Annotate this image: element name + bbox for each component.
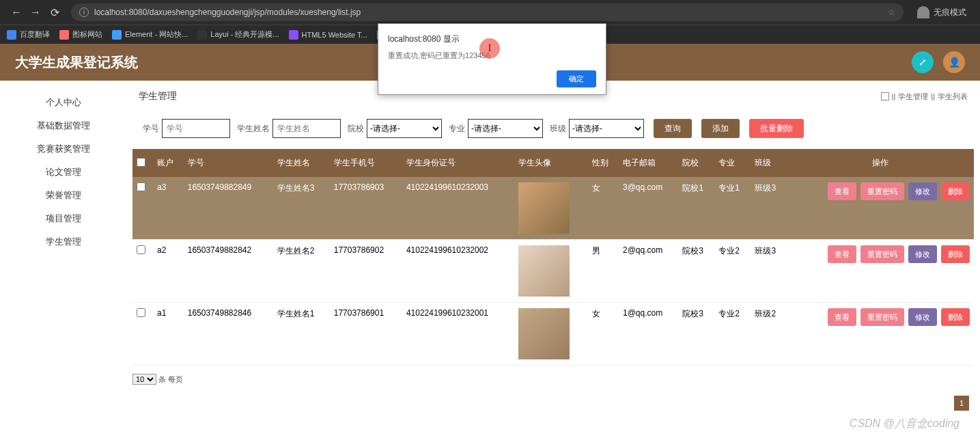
label-xuehao: 学号 bbox=[143, 123, 159, 135]
class-select[interactable]: -请选择- bbox=[569, 119, 644, 138]
name-input[interactable] bbox=[272, 119, 341, 138]
sidebar: 个人中心 基础数据管理 竞赛获奖管理 论文管理 荣誉管理 项目管理 学生管理 bbox=[0, 81, 126, 438]
edit-button[interactable]: 修改 bbox=[908, 308, 937, 326]
cell-class: 班级3 bbox=[751, 177, 787, 240]
cell-school: 院校3 bbox=[678, 303, 714, 366]
label-name: 学生姓名 bbox=[237, 123, 270, 135]
page-title: 学生管理 bbox=[139, 90, 177, 102]
label-school: 院校 bbox=[348, 123, 364, 135]
app-title: 大学生成果登记系统 bbox=[15, 53, 138, 72]
xuehao-input[interactable] bbox=[162, 119, 230, 138]
cell-name: 学生姓名2 bbox=[273, 240, 330, 303]
cell-account: a1 bbox=[153, 303, 184, 366]
cell-major: 专业2 bbox=[714, 240, 751, 303]
sidebar-item-honor[interactable]: 荣誉管理 bbox=[0, 184, 126, 207]
cell-school: 院校3 bbox=[678, 240, 714, 303]
view-button[interactable]: 查看 bbox=[828, 182, 856, 200]
info-icon[interactable]: i bbox=[79, 8, 89, 17]
cell-school: 院校1 bbox=[678, 177, 714, 240]
view-button[interactable]: 查看 bbox=[828, 245, 856, 263]
reset-pwd-button[interactable]: 重置密码 bbox=[860, 245, 904, 263]
bookmark-item[interactable]: Layui - 经典开源模... bbox=[197, 29, 279, 40]
cell-idcard: 410224199610232001 bbox=[402, 303, 514, 366]
cell-phone: 17703786902 bbox=[330, 240, 402, 303]
cell-account: a2 bbox=[153, 240, 184, 303]
sidebar-item-competition[interactable]: 竞赛获奖管理 bbox=[0, 137, 126, 161]
cell-phone: 17703786903 bbox=[330, 177, 402, 240]
row-checkbox[interactable] bbox=[137, 245, 145, 254]
bookmark-item[interactable]: Element - 网站快... bbox=[112, 29, 188, 40]
table-row: a1 16503749882846 学生姓名1 17703786901 4102… bbox=[132, 303, 974, 366]
view-button[interactable]: 查看 bbox=[828, 308, 856, 326]
pagination: 1 bbox=[954, 396, 969, 411]
bookmark-item[interactable]: HTML5 Website T... bbox=[289, 30, 367, 40]
cell-email: 2@qq.com bbox=[619, 240, 678, 303]
avatar bbox=[518, 182, 570, 234]
incognito-badge: 无痕模式 bbox=[910, 6, 973, 18]
bookmark-icon bbox=[59, 30, 69, 40]
user-icon[interactable]: 👤 bbox=[943, 51, 965, 73]
cell-name: 学生姓名3 bbox=[273, 177, 330, 240]
cell-xuehao: 16503749882849 bbox=[184, 177, 273, 240]
reset-pwd-button[interactable]: 重置密码 bbox=[860, 182, 904, 200]
search-button[interactable]: 查询 bbox=[654, 119, 692, 138]
add-button[interactable]: 添加 bbox=[701, 119, 740, 138]
reset-pwd-button[interactable]: 重置密码 bbox=[860, 308, 904, 326]
page-size: 10 条 每页 bbox=[126, 370, 980, 389]
sidebar-item-basedata[interactable]: 基础数据管理 bbox=[0, 114, 126, 137]
cell-gender: 女 bbox=[588, 177, 619, 240]
forward-icon[interactable]: → bbox=[26, 3, 45, 22]
bookmark-icon bbox=[7, 30, 16, 40]
incognito-label: 无痕模式 bbox=[934, 7, 966, 18]
major-select[interactable]: -请选择- bbox=[468, 119, 543, 138]
page-size-select[interactable]: 10 bbox=[132, 374, 156, 385]
cell-class: 班级2 bbox=[751, 303, 787, 366]
url-text: localhost:8080/daxueshengchengguodengji/… bbox=[94, 8, 361, 17]
table-row: a2 16503749882842 学生姓名2 17703786902 4102… bbox=[132, 240, 974, 303]
url-bar[interactable]: i localhost:8080/daxueshengchengguodengj… bbox=[71, 3, 904, 21]
cell-idcard: 410224199610232003 bbox=[402, 177, 514, 240]
bookmark-icon bbox=[289, 30, 298, 40]
cell-gender: 女 bbox=[588, 303, 619, 366]
edit-button[interactable]: 修改 bbox=[908, 182, 937, 200]
watermark: CSDN @八音盒coding bbox=[850, 417, 960, 431]
sidebar-item-personal[interactable]: 个人中心 bbox=[0, 91, 126, 114]
delete-button[interactable]: 删除 bbox=[941, 182, 970, 200]
delete-button[interactable]: 删除 bbox=[941, 245, 970, 263]
cell-gender: 男 bbox=[588, 240, 619, 303]
batch-delete-button[interactable]: 批量删除 bbox=[749, 119, 804, 138]
sidebar-item-thesis[interactable]: 论文管理 bbox=[0, 161, 126, 184]
alert-ok-button[interactable]: 确定 bbox=[557, 70, 596, 87]
cell-email: 1@qq.com bbox=[619, 303, 678, 366]
delete-button[interactable]: 删除 bbox=[941, 308, 970, 326]
fullscreen-icon[interactable]: ⤢ bbox=[912, 51, 934, 73]
edit-button[interactable]: 修改 bbox=[908, 245, 937, 263]
bookmark-item[interactable]: 百度翻译 bbox=[7, 29, 50, 40]
cell-xuehao: 16503749882846 bbox=[184, 303, 273, 366]
checkbox-all[interactable] bbox=[137, 158, 145, 167]
student-table: 账户 学号 学生姓名 学生手机号 学生身份证号 学生头像 性别 电子邮箱 院校 … bbox=[132, 149, 974, 366]
cell-name: 学生姓名1 bbox=[273, 303, 330, 366]
bookmark-item[interactable]: 图标网站 bbox=[59, 29, 102, 40]
cell-major: 专业2 bbox=[714, 303, 751, 366]
breadcrumb: || 学生管理 || 学生列表 bbox=[881, 92, 968, 102]
label-class: 班级 bbox=[550, 123, 566, 135]
reload-icon[interactable]: ⟳ bbox=[45, 3, 64, 22]
cell-email: 3@qq.com bbox=[619, 177, 678, 240]
back-icon[interactable]: ← bbox=[7, 3, 26, 22]
row-checkbox[interactable] bbox=[137, 182, 145, 191]
sidebar-item-project[interactable]: 项目管理 bbox=[0, 207, 126, 230]
avatar bbox=[518, 245, 570, 297]
cell-major: 专业1 bbox=[714, 177, 751, 240]
cell-account: a3 bbox=[153, 177, 184, 240]
avatar bbox=[518, 308, 570, 359]
sidebar-item-student[interactable]: 学生管理 bbox=[0, 230, 126, 254]
home-icon[interactable] bbox=[881, 92, 889, 100]
school-select[interactable]: -请选择- bbox=[367, 119, 442, 138]
table-row: a3 16503749882849 学生姓名3 17703786903 4102… bbox=[132, 177, 974, 240]
star-icon[interactable]: ☆ bbox=[888, 8, 895, 17]
label-major: 专业 bbox=[449, 123, 465, 135]
bookmark-icon bbox=[112, 30, 122, 40]
row-checkbox[interactable] bbox=[137, 308, 145, 317]
page-1-button[interactable]: 1 bbox=[954, 396, 969, 411]
